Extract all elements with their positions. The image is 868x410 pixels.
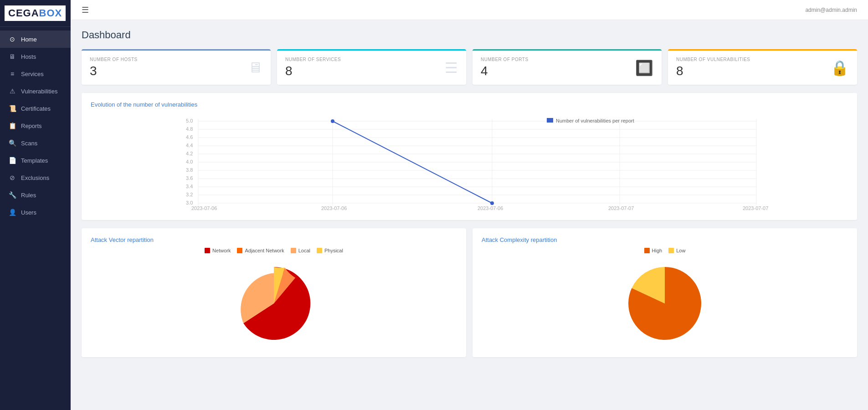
attack-complexity-pie-svg: [619, 258, 710, 349]
svg-text:3.8: 3.8: [186, 167, 193, 173]
svg-text:3.2: 3.2: [186, 192, 193, 197]
svg-rect-35: [547, 118, 553, 123]
hamburger-icon[interactable]: ☰: [82, 5, 89, 15]
stat-label-ports: NUMBER OF PORTS: [481, 57, 529, 62]
legend-local: Local: [291, 248, 310, 253]
sidebar-label-hosts: Hosts: [21, 53, 36, 60]
stat-label-hosts: NUMBER OF HOSTS: [90, 57, 138, 62]
sidebar-item-templates[interactable]: 📄Templates: [0, 152, 71, 169]
line-chart-title: Evolution of the number of vulnerabiliti…: [91, 101, 848, 108]
sidebar-item-exclusions[interactable]: ⊘Exclusions: [0, 169, 71, 186]
sidebar-label-scans: Scans: [21, 140, 37, 147]
svg-text:4.8: 4.8: [186, 126, 193, 132]
svg-text:2023-07-07: 2023-07-07: [743, 205, 768, 210]
monitor-icon: 🖥: [248, 59, 262, 76]
svg-text:4.4: 4.4: [186, 143, 193, 148]
legend-label-high: High: [652, 248, 663, 253]
legend-adjacent: Adjacent Network: [237, 248, 284, 253]
sidebar-item-rules[interactable]: 🔧Rules: [0, 186, 71, 204]
sidebar-item-services[interactable]: ≡Services: [0, 65, 71, 82]
certificates-nav-icon: 📜: [8, 105, 16, 112]
legend-label-low: Low: [676, 248, 685, 253]
line-chart-svg: 5.0 4.8 4.6 4.4 4.2 4.0 3.8 3.6 3.4 3.2 …: [91, 114, 848, 210]
stat-info-hosts: NUMBER OF HOSTS 3: [90, 57, 138, 78]
pie-charts-row: Attack Vector repartition Network Adjace…: [82, 228, 857, 357]
sidebar-item-scans[interactable]: 🔍Scans: [0, 134, 71, 152]
legend-network: Network: [205, 248, 231, 253]
svg-point-34: [490, 201, 494, 205]
stat-card-vulnerabilities: NUMBER OF VULNERABILITIES 8 🔒: [668, 49, 857, 85]
stat-card-hosts: NUMBER OF HOSTS 3 🖥: [82, 49, 271, 85]
sidebar-item-reports[interactable]: 📋Reports: [0, 117, 71, 134]
sidebar-label-exclusions: Exclusions: [21, 174, 49, 181]
legend-label-local: Local: [298, 248, 310, 253]
logo: CEGABOX: [5, 5, 66, 21]
svg-text:2023-07-07: 2023-07-07: [608, 205, 634, 210]
templates-nav-icon: 📄: [8, 157, 16, 164]
attack-complexity-pie-wrap: [482, 258, 848, 349]
legend-dot-physical: [317, 248, 322, 253]
logo-area: CEGABOX: [0, 0, 71, 27]
svg-text:Number of vulnerabilities per : Number of vulnerabilities per report: [556, 118, 634, 123]
svg-text:2023-07-06: 2023-07-06: [478, 205, 503, 210]
attack-vector-pie-svg: [228, 258, 319, 349]
sidebar-label-vulnerabilities: Vulnerabilities: [21, 88, 57, 95]
stat-value-vulnerabilities: 8: [676, 64, 750, 78]
rules-nav-icon: 🔧: [8, 191, 16, 199]
line-chart-panel: Evolution of the number of vulnerabiliti…: [82, 93, 857, 220]
attack-vector-panel: Attack Vector repartition Network Adjace…: [82, 228, 466, 357]
sidebar-item-vulnerabilities[interactable]: ⚠Vulnerabilities: [0, 82, 71, 100]
sidebar-label-reports: Reports: [21, 123, 42, 129]
home-nav-icon: ⊙: [8, 36, 16, 43]
vulnerabilities-icon: 🔒: [831, 59, 849, 77]
stat-cards: NUMBER OF HOSTS 3 🖥 NUMBER OF SERVICES 8…: [82, 49, 857, 85]
scans-nav-icon: 🔍: [8, 139, 16, 147]
legend-high: High: [644, 248, 663, 253]
topbar: ☰ admin@admin.admin: [71, 0, 868, 20]
sidebar-label-certificates: Certificates: [21, 105, 51, 112]
attack-vector-title: Attack Vector repartition: [91, 236, 457, 243]
stat-info-services: NUMBER OF SERVICES 8: [285, 57, 341, 78]
ports-icon: 🔲: [635, 59, 653, 77]
svg-point-33: [331, 119, 334, 123]
svg-text:3.4: 3.4: [186, 184, 193, 189]
page-title: Dashboard: [82, 29, 857, 41]
sidebar-item-home[interactable]: ⊙Home: [0, 31, 71, 48]
attack-complexity-legend: High Low: [482, 248, 848, 253]
svg-text:4.2: 4.2: [186, 151, 193, 156]
svg-text:3.0: 3.0: [186, 200, 193, 205]
attack-complexity-panel: Attack Complexity repartition High Low: [473, 228, 857, 357]
sidebar: CEGABOX ⊙Home🖥Hosts≡Services⚠Vulnerabili…: [0, 0, 71, 410]
services-nav-icon: ≡: [8, 70, 16, 77]
svg-text:4.6: 4.6: [186, 134, 193, 140]
sidebar-label-rules: Rules: [21, 192, 36, 199]
sidebar-label-templates: Templates: [21, 157, 48, 164]
line-chart-wrap: 5.0 4.8 4.6 4.4 4.2 4.0 3.8 3.6 3.4 3.2 …: [91, 114, 848, 212]
stat-value-hosts: 3: [90, 64, 138, 78]
svg-text:4.0: 4.0: [186, 159, 193, 164]
stat-info-ports: NUMBER OF PORTS 4: [481, 57, 529, 78]
exclusions-nav-icon: ⊘: [8, 174, 16, 181]
legend-label-physical: Physical: [324, 248, 343, 253]
legend-dot-local: [291, 248, 296, 253]
stat-info-vulnerabilities: NUMBER OF VULNERABILITIES 8: [676, 57, 750, 78]
sidebar-label-users: Users: [21, 209, 36, 216]
legend-dot-low: [668, 248, 674, 253]
legend-dot-high: [644, 248, 650, 253]
sidebar-item-certificates[interactable]: 📜Certificates: [0, 100, 71, 117]
svg-text:3.6: 3.6: [186, 175, 193, 181]
hosts-nav-icon: 🖥: [8, 53, 16, 60]
legend-dot-network: [205, 248, 210, 253]
sidebar-label-services: Services: [21, 71, 44, 77]
stat-card-ports: NUMBER OF PORTS 4 🔲: [473, 49, 662, 85]
reports-nav-icon: 📋: [8, 122, 16, 129]
users-nav-icon: 👤: [8, 209, 16, 216]
services-icon: ☰: [445, 59, 458, 77]
attack-vector-pie-wrap: [91, 258, 457, 349]
svg-text:2023-07-06: 2023-07-06: [321, 205, 347, 210]
stat-label-services: NUMBER OF SERVICES: [285, 57, 341, 62]
vulnerabilities-nav-icon: ⚠: [8, 87, 16, 95]
sidebar-label-home: Home: [21, 36, 37, 43]
sidebar-item-users[interactable]: 👤Users: [0, 204, 71, 221]
sidebar-item-hosts[interactable]: 🖥Hosts: [0, 48, 71, 65]
